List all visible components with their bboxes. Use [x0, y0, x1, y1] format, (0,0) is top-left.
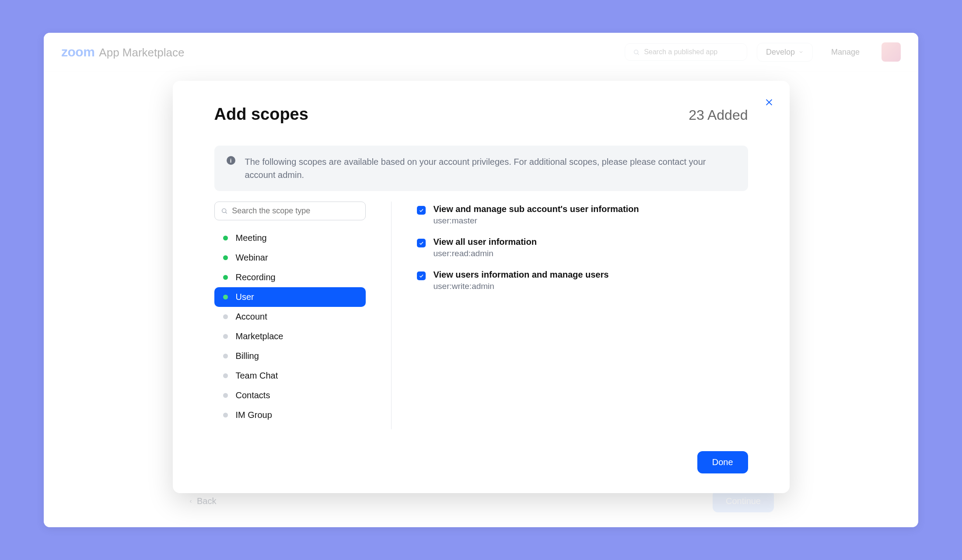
- status-dot: [223, 413, 228, 417]
- category-panel: MeetingWebinarRecordingUserAccountMarket…: [214, 202, 392, 429]
- svg-line-5: [225, 212, 227, 213]
- scope-id: user:master: [434, 216, 639, 226]
- add-scopes-modal: Add scopes 23 Added i The following scop…: [173, 81, 790, 493]
- info-banner: i The following scopes are available bas…: [214, 146, 748, 191]
- scope-title: View users information and manage users: [434, 270, 609, 280]
- category-item-marketplace[interactable]: Marketplace: [214, 327, 366, 346]
- status-dot: [223, 373, 228, 378]
- info-icon: i: [227, 156, 235, 165]
- scope-search[interactable]: [214, 202, 366, 220]
- modal-body: MeetingWebinarRecordingUserAccountMarket…: [214, 202, 748, 429]
- category-label: IM Group: [236, 410, 272, 420]
- modal-footer: Done: [214, 451, 748, 473]
- check-icon: [419, 273, 424, 278]
- category-item-account[interactable]: Account: [214, 307, 366, 327]
- status-dot: [223, 255, 228, 260]
- scope-row: View and manage sub account's user infor…: [417, 204, 748, 226]
- info-text: The following scopes are available based…: [245, 155, 736, 181]
- scope-id: user:write:admin: [434, 282, 609, 291]
- category-label: Contacts: [236, 390, 270, 400]
- app-window: zoom App Marketplace Develop Manage Back…: [44, 33, 918, 527]
- status-dot: [223, 393, 228, 398]
- search-icon: [221, 207, 228, 215]
- category-item-meeting[interactable]: Meeting: [214, 228, 366, 248]
- category-list: MeetingWebinarRecordingUserAccountMarket…: [214, 228, 366, 425]
- category-label: Team Chat: [236, 371, 278, 381]
- category-label: Recording: [236, 272, 276, 282]
- done-button[interactable]: Done: [697, 451, 748, 473]
- modal-title: Add scopes: [214, 105, 308, 124]
- check-icon: [419, 240, 424, 246]
- close-button[interactable]: [764, 97, 774, 110]
- category-item-webinar[interactable]: Webinar: [214, 248, 366, 268]
- category-label: Webinar: [236, 253, 268, 263]
- scope-checkbox[interactable]: [417, 206, 426, 215]
- modal-header: Add scopes 23 Added: [214, 105, 748, 124]
- category-item-im-group[interactable]: IM Group: [214, 405, 366, 425]
- scope-title: View and manage sub account's user infor…: [434, 204, 639, 214]
- scope-search-input[interactable]: [232, 206, 359, 216]
- status-dot: [223, 236, 228, 240]
- category-item-recording[interactable]: Recording: [214, 268, 366, 287]
- scope-id: user:read:admin: [434, 249, 537, 258]
- close-icon: [764, 97, 774, 107]
- scope-text: View and manage sub account's user infor…: [434, 204, 639, 226]
- category-label: Meeting: [236, 233, 267, 243]
- scope-checkbox[interactable]: [417, 271, 426, 280]
- scope-text: View all user informationuser:read:admin: [434, 237, 537, 258]
- added-count: 23 Added: [689, 107, 748, 123]
- status-dot: [223, 334, 228, 339]
- category-item-billing[interactable]: Billing: [214, 346, 366, 366]
- scope-row: View all user informationuser:read:admin: [417, 237, 748, 258]
- scope-text: View users information and manage usersu…: [434, 270, 609, 291]
- category-label: Marketplace: [236, 331, 283, 341]
- category-item-user[interactable]: User: [214, 287, 366, 307]
- status-dot: [223, 295, 228, 299]
- scope-checkbox[interactable]: [417, 239, 426, 247]
- category-item-team-chat[interactable]: Team Chat: [214, 366, 366, 386]
- scope-list: View and manage sub account's user infor…: [417, 202, 748, 429]
- category-label: Account: [236, 312, 267, 322]
- category-label: Billing: [236, 351, 259, 361]
- status-dot: [223, 275, 228, 280]
- check-icon: [419, 208, 424, 213]
- scope-title: View all user information: [434, 237, 537, 247]
- status-dot: [223, 354, 228, 358]
- status-dot: [223, 314, 228, 319]
- scope-row: View users information and manage usersu…: [417, 270, 748, 291]
- category-item-contacts[interactable]: Contacts: [214, 386, 366, 405]
- svg-point-4: [222, 209, 226, 212]
- category-label: User: [236, 292, 254, 302]
